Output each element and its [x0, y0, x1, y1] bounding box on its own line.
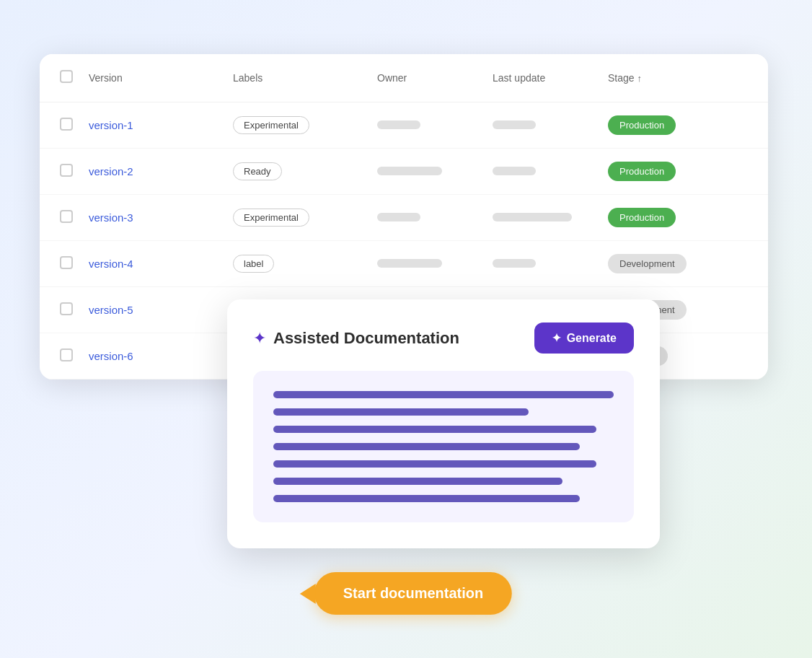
row-checkbox-4[interactable]: [60, 256, 73, 269]
row-checkbox-5[interactable]: [60, 302, 73, 315]
table-row: version-1 Experimental Production: [40, 102, 768, 149]
update-skeleton-1: [493, 120, 536, 129]
update-skeleton-3: [493, 213, 572, 221]
doc-title-row: ✦ Assisted Documentation: [253, 329, 459, 348]
col-stage-header: Stage: [608, 72, 635, 84]
start-btn-container: Start documentation: [300, 572, 512, 615]
sparkle-icon: ✦: [253, 329, 266, 348]
col-labels-header: Labels: [233, 72, 262, 84]
label-badge-1: Experimental: [233, 116, 309, 134]
version-link-5[interactable]: version-5: [89, 304, 133, 316]
version-link-6[interactable]: version-6: [89, 350, 133, 362]
row-checkbox-6[interactable]: [60, 348, 73, 361]
version-link-1[interactable]: version-1: [89, 119, 133, 131]
content-line-1: [273, 391, 614, 398]
label-badge-3: Experimental: [233, 209, 309, 227]
header-checkbox[interactable]: [60, 70, 73, 83]
doc-card-header: ✦ Assisted Documentation ✦ Generate: [253, 323, 634, 354]
stage-badge-1: Production: [608, 115, 676, 135]
content-line-2: [273, 408, 529, 416]
label-badge-4: label: [233, 255, 274, 273]
generate-label: Generate: [567, 332, 617, 345]
sort-icon[interactable]: ↑: [637, 73, 643, 84]
doc-card: ✦ Assisted Documentation ✦ Generate: [227, 299, 660, 548]
table-header: Version Labels Owner Last update Stage ↑: [40, 54, 768, 102]
arrow-pointer-icon: [300, 584, 316, 604]
start-documentation-button[interactable]: Start documentation: [314, 572, 512, 615]
content-line-7: [273, 495, 580, 502]
version-link-2[interactable]: version-2: [89, 165, 133, 177]
version-link-3[interactable]: version-3: [89, 211, 133, 224]
stage-badge-2: Production: [608, 162, 676, 181]
col-version-header: Version: [89, 72, 123, 84]
generate-sparkle-icon: ✦: [552, 331, 561, 345]
content-line-3: [273, 426, 596, 433]
table-row: version-2 Ready Production: [40, 149, 768, 195]
content-line-5: [273, 460, 596, 468]
owner-skeleton-2: [377, 167, 442, 175]
owner-skeleton-3: [377, 213, 420, 221]
doc-card-title: Assisted Documentation: [273, 329, 459, 348]
update-skeleton-4: [493, 259, 536, 268]
owner-skeleton-4: [377, 259, 442, 268]
content-line-6: [273, 478, 562, 485]
owner-skeleton-1: [377, 120, 420, 129]
col-owner-header: Owner: [377, 72, 407, 84]
content-line-4: [273, 443, 580, 450]
row-checkbox-3[interactable]: [60, 210, 73, 223]
stage-badge-4: Development: [608, 254, 687, 273]
row-checkbox-2[interactable]: [60, 164, 73, 177]
update-skeleton-2: [493, 167, 536, 175]
generate-button[interactable]: ✦ Generate: [534, 323, 634, 354]
label-badge-2: Ready: [233, 162, 282, 180]
stage-badge-3: Production: [608, 208, 676, 227]
table-row: version-3 Experimental Production: [40, 195, 768, 241]
col-lastupdate-header: Last update: [493, 72, 545, 84]
row-checkbox-1[interactable]: [60, 118, 73, 131]
table-row: version-4 label Development: [40, 241, 768, 287]
doc-content-area: [253, 371, 634, 522]
version-link-4[interactable]: version-4: [89, 258, 133, 270]
